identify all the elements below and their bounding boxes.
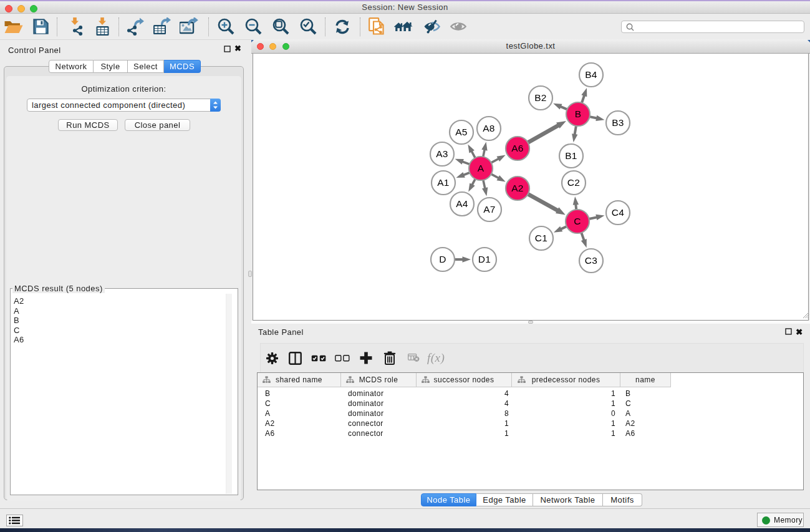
svg-text:A8: A8 xyxy=(483,123,495,133)
svg-text:B2: B2 xyxy=(534,92,547,103)
svg-text:D: D xyxy=(439,254,446,264)
svg-text:B1: B1 xyxy=(565,150,577,161)
svg-text:B4: B4 xyxy=(585,69,597,80)
svg-text:B3: B3 xyxy=(612,117,624,128)
svg-text:C1: C1 xyxy=(535,233,547,243)
svg-text:A: A xyxy=(478,163,485,173)
svg-text:A7: A7 xyxy=(483,204,496,215)
svg-text:C2: C2 xyxy=(567,177,580,188)
svg-text:C: C xyxy=(574,216,581,226)
svg-text:B: B xyxy=(575,109,582,119)
svg-text:A6: A6 xyxy=(511,143,524,153)
svg-text:A4: A4 xyxy=(456,198,468,209)
svg-text:D1: D1 xyxy=(478,254,491,264)
svg-text:A2: A2 xyxy=(511,183,524,193)
svg-text:C3: C3 xyxy=(585,255,597,266)
svg-text:C4: C4 xyxy=(612,207,624,218)
svg-text:A5: A5 xyxy=(455,127,468,137)
svg-text:A1: A1 xyxy=(437,177,450,188)
svg-text:A3: A3 xyxy=(436,148,448,159)
